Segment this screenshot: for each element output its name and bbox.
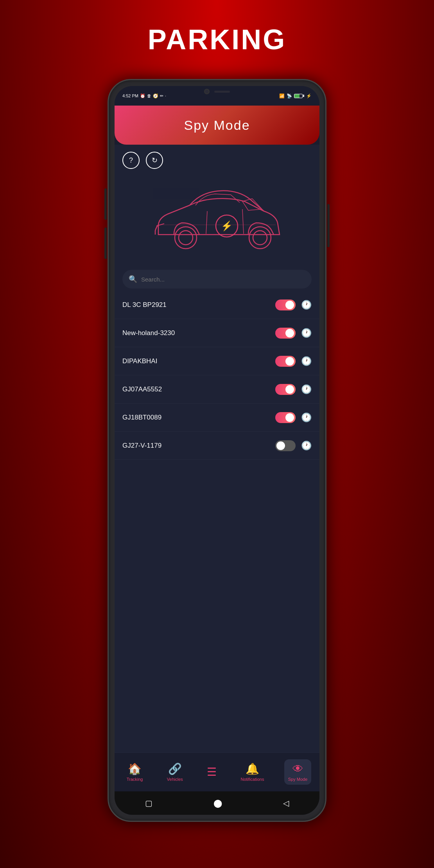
vehicle-name: GJ27-V-1179 [122, 442, 275, 450]
status-bar: 4:52 PM ⏰ 🗑 🧭 ✏ · 📶 📡 [115, 86, 319, 106]
schedule-icon[interactable]: 🕐 [301, 300, 312, 310]
search-bar[interactable]: 🔍 [122, 270, 312, 289]
vehicle-toggle-4[interactable] [275, 384, 296, 395]
square-button[interactable]: ▢ [145, 798, 152, 808]
battery-indicator [294, 94, 304, 98]
vehicle-toggle-5[interactable] [275, 412, 296, 423]
nav-item-menu[interactable]: ☰ [203, 762, 221, 782]
notifications-nav-label: Notifications [240, 777, 264, 782]
schedule-icon[interactable]: 🕐 [301, 412, 312, 423]
phone-device: 4:52 PM ⏰ 🗑 🧭 ✏ · 📶 📡 [108, 79, 326, 822]
car-illustration: ⚡ [115, 172, 319, 266]
svg-point-0 [175, 227, 197, 249]
svg-point-1 [179, 231, 193, 245]
tracking-nav-label: Tracking [127, 777, 143, 782]
notifications-nav-icon: 🔔 [246, 762, 259, 775]
android-nav-bar: ▢ ⬤ ◁ [115, 791, 319, 815]
home-button[interactable]: ⬤ [213, 798, 222, 808]
vehicle-toggle-1[interactable] [275, 299, 296, 310]
list-item: New-holand-3230🕐 [115, 319, 319, 347]
charging-icon: ⚡ [306, 93, 312, 99]
app-header: Spy Mode [115, 106, 319, 145]
status-left: 4:52 PM ⏰ 🗑 🧭 ✏ · [122, 93, 166, 99]
dot-icon: · [165, 93, 166, 98]
vehicles-nav-label: Vehicles [167, 777, 183, 782]
vehicle-list: DL 3C BP2921🕐New-holand-3230🕐DIPAKBHAI🕐G… [115, 291, 319, 752]
app-title: Spy Mode [184, 118, 250, 133]
back-button[interactable]: ◁ [283, 798, 289, 808]
toolbar: ? ↻ [115, 145, 319, 172]
vehicle-name: DIPAKBHAI [122, 357, 275, 365]
volume-up-button [104, 188, 107, 220]
svg-point-2 [249, 227, 271, 249]
camera-notch [190, 86, 244, 97]
nav-item-notifications[interactable]: 🔔Notifications [237, 759, 268, 785]
vehicles-nav-icon: 🔗 [168, 762, 182, 775]
svg-line-5 [206, 211, 207, 234]
svg-point-3 [253, 231, 267, 245]
tracking-nav-icon: 🏠 [128, 762, 142, 775]
list-item: GJ07AA5552🕐 [115, 375, 319, 404]
vehicle-toggle-3[interactable] [275, 356, 296, 367]
vehicle-toggle-6[interactable] [275, 440, 296, 451]
nav-item-tracking[interactable]: 🏠Tracking [123, 759, 147, 785]
trash-icon: 🗑 [147, 93, 151, 98]
schedule-icon[interactable]: 🕐 [301, 441, 312, 451]
phone-screen: 4:52 PM ⏰ 🗑 🧭 ✏ · 📶 📡 [115, 86, 319, 815]
list-item: GJ27-V-1179🕐 [115, 432, 319, 460]
vehicle-toggle-2[interactable] [275, 328, 296, 339]
vehicle-name: GJ07AA5552 [122, 386, 275, 393]
content-area: ? ↻ [115, 145, 319, 752]
schedule-icon[interactable]: 🕐 [301, 384, 312, 395]
bottom-nav: 🏠Tracking🔗Vehicles☰🔔Notifications👁Spy Mo… [115, 752, 319, 791]
schedule-icon[interactable]: 🕐 [301, 356, 312, 366]
svg-text:⚡: ⚡ [221, 220, 233, 231]
refresh-icon: ↻ [152, 156, 158, 165]
spymode-nav-label: Spy Mode [288, 777, 308, 782]
page-title: PARKING [148, 23, 287, 56]
signal-icon: 📶 [279, 93, 285, 99]
compass-icon: 🧭 [153, 93, 158, 99]
front-camera [204, 89, 210, 94]
alarm-icon: ⏰ [140, 93, 145, 99]
earpiece [214, 91, 230, 93]
refresh-button[interactable]: ↻ [146, 152, 163, 169]
list-item: DIPAKBHAI🕐 [115, 347, 319, 375]
volume-down-button [104, 228, 107, 259]
schedule-icon[interactable]: 🕐 [301, 328, 312, 338]
car-svg: ⚡ [143, 180, 291, 258]
power-button [327, 204, 330, 247]
spymode-nav-icon: 👁 [292, 762, 303, 775]
vehicle-name: New-holand-3230 [122, 329, 275, 337]
search-icon: 🔍 [129, 275, 137, 283]
vehicle-name: GJ18BT0089 [122, 414, 275, 421]
svg-line-6 [242, 209, 244, 234]
search-input[interactable] [141, 276, 305, 283]
status-right: 📶 📡 ⚡ [279, 93, 312, 99]
wifi-icon: 📡 [287, 93, 292, 99]
list-item: GJ18BT0089🕐 [115, 404, 319, 432]
nav-item-vehicles[interactable]: 🔗Vehicles [163, 759, 187, 785]
list-item: DL 3C BP2921🕐 [115, 291, 319, 319]
help-button[interactable]: ? [122, 152, 140, 169]
nav-item-spymode[interactable]: 👁Spy Mode [284, 759, 312, 785]
pen-icon: ✏ [160, 93, 163, 99]
time-display: 4:52 PM [122, 93, 138, 98]
menu-nav-icon: ☰ [207, 766, 217, 778]
vehicle-name: DL 3C BP2921 [122, 301, 275, 309]
question-icon: ? [129, 156, 133, 165]
